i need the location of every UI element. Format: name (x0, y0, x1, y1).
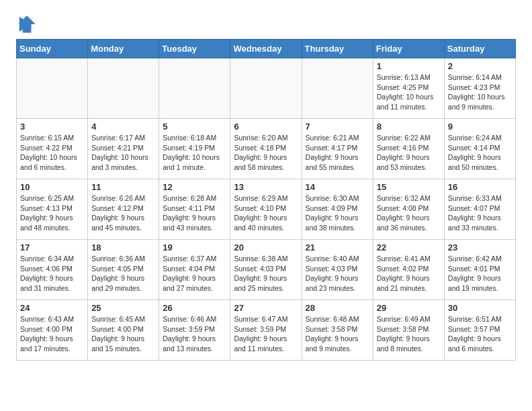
day-number: 6 (234, 122, 298, 132)
day-info: Sunrise: 6:30 AM Sunset: 4:09 PM Dayligh… (306, 193, 369, 233)
calendar-week-row: 3Sunrise: 6:15 AM Sunset: 4:22 PM Daylig… (17, 119, 516, 179)
day-number: 3 (20, 122, 84, 132)
weekday-header-tuesday: Tuesday (159, 40, 230, 58)
day-info: Sunrise: 6:29 AM Sunset: 4:10 PM Dayligh… (234, 193, 298, 233)
day-info: Sunrise: 6:15 AM Sunset: 4:22 PM Dayligh… (20, 133, 84, 173)
calendar-cell (159, 58, 230, 119)
calendar-cell: 27Sunrise: 6:47 AM Sunset: 3:59 PM Dayli… (230, 300, 302, 361)
day-info: Sunrise: 6:47 AM Sunset: 3:59 PM Dayligh… (234, 314, 298, 354)
day-info: Sunrise: 6:20 AM Sunset: 4:18 PM Dayligh… (234, 133, 298, 173)
day-number: 26 (163, 303, 226, 313)
calendar-cell: 3Sunrise: 6:15 AM Sunset: 4:22 PM Daylig… (17, 119, 88, 179)
day-number: 27 (234, 303, 298, 313)
calendar-cell: 16Sunrise: 6:33 AM Sunset: 4:07 PM Dayli… (444, 179, 515, 240)
logo-icon (16, 13, 38, 35)
weekday-header-monday: Monday (88, 40, 159, 58)
calendar-cell: 25Sunrise: 6:45 AM Sunset: 4:00 PM Dayli… (88, 300, 159, 361)
day-info: Sunrise: 6:13 AM Sunset: 4:25 PM Dayligh… (377, 73, 441, 112)
calendar-cell: 4Sunrise: 6:17 AM Sunset: 4:21 PM Daylig… (88, 119, 159, 179)
calendar-cell: 17Sunrise: 6:34 AM Sunset: 4:06 PM Dayli… (17, 240, 88, 300)
day-info: Sunrise: 6:38 AM Sunset: 4:03 PM Dayligh… (234, 254, 298, 293)
day-info: Sunrise: 6:21 AM Sunset: 4:17 PM Dayligh… (306, 133, 369, 173)
day-number: 1 (377, 61, 441, 71)
day-info: Sunrise: 6:22 AM Sunset: 4:16 PM Dayligh… (377, 133, 441, 173)
day-info: Sunrise: 6:33 AM Sunset: 4:07 PM Dayligh… (448, 193, 512, 233)
day-info: Sunrise: 6:40 AM Sunset: 4:03 PM Dayligh… (306, 254, 369, 293)
calendar-cell: 29Sunrise: 6:49 AM Sunset: 3:58 PM Dayli… (373, 300, 444, 361)
page-header (16, 13, 516, 35)
day-number: 17 (20, 242, 84, 253)
day-number: 12 (163, 182, 226, 192)
day-number: 25 (91, 303, 155, 313)
weekday-header-wednesday: Wednesday (230, 40, 302, 58)
day-number: 2 (448, 61, 512, 71)
day-info: Sunrise: 6:41 AM Sunset: 4:02 PM Dayligh… (377, 254, 441, 293)
day-info: Sunrise: 6:46 AM Sunset: 3:59 PM Dayligh… (163, 314, 226, 354)
day-number: 11 (91, 182, 155, 192)
calendar-cell: 23Sunrise: 6:42 AM Sunset: 4:01 PM Dayli… (444, 240, 515, 300)
day-info: Sunrise: 6:34 AM Sunset: 4:06 PM Dayligh… (20, 254, 84, 293)
day-number: 16 (448, 182, 512, 192)
day-number: 10 (20, 182, 84, 192)
calendar-cell: 26Sunrise: 6:46 AM Sunset: 3:59 PM Dayli… (159, 300, 230, 361)
day-number: 22 (377, 242, 441, 253)
calendar-cell: 28Sunrise: 6:48 AM Sunset: 3:58 PM Dayli… (302, 300, 373, 361)
calendar-cell (302, 58, 373, 119)
day-number: 8 (377, 122, 441, 132)
day-info: Sunrise: 6:42 AM Sunset: 4:01 PM Dayligh… (448, 254, 512, 293)
calendar-cell: 15Sunrise: 6:32 AM Sunset: 4:08 PM Dayli… (373, 179, 444, 240)
calendar-cell (17, 58, 88, 119)
day-info: Sunrise: 6:24 AM Sunset: 4:14 PM Dayligh… (448, 133, 512, 173)
day-number: 20 (234, 242, 298, 253)
calendar-cell: 9Sunrise: 6:24 AM Sunset: 4:14 PM Daylig… (444, 119, 515, 179)
calendar-week-row: 17Sunrise: 6:34 AM Sunset: 4:06 PM Dayli… (17, 240, 516, 300)
weekday-header-saturday: Saturday (444, 40, 515, 58)
day-info: Sunrise: 6:14 AM Sunset: 4:23 PM Dayligh… (448, 73, 512, 112)
day-info: Sunrise: 6:51 AM Sunset: 3:57 PM Dayligh… (448, 314, 512, 354)
calendar-week-row: 1Sunrise: 6:13 AM Sunset: 4:25 PM Daylig… (17, 58, 516, 119)
calendar-cell: 19Sunrise: 6:37 AM Sunset: 4:04 PM Dayli… (159, 240, 230, 300)
day-number: 28 (306, 303, 369, 313)
day-number: 14 (306, 182, 369, 192)
calendar-cell: 24Sunrise: 6:43 AM Sunset: 4:00 PM Dayli… (17, 300, 88, 361)
weekday-header-thursday: Thursday (302, 40, 373, 58)
day-info: Sunrise: 6:45 AM Sunset: 4:00 PM Dayligh… (91, 314, 155, 354)
calendar-cell: 8Sunrise: 6:22 AM Sunset: 4:16 PM Daylig… (373, 119, 444, 179)
calendar-week-row: 24Sunrise: 6:43 AM Sunset: 4:00 PM Dayli… (17, 300, 516, 361)
calendar-cell: 6Sunrise: 6:20 AM Sunset: 4:18 PM Daylig… (230, 119, 302, 179)
day-number: 9 (448, 122, 512, 132)
day-info: Sunrise: 6:28 AM Sunset: 4:11 PM Dayligh… (163, 193, 226, 233)
day-info: Sunrise: 6:26 AM Sunset: 4:12 PM Dayligh… (91, 193, 155, 233)
calendar-cell: 11Sunrise: 6:26 AM Sunset: 4:12 PM Dayli… (88, 179, 159, 240)
day-number: 5 (163, 122, 226, 132)
weekday-header-sunday: Sunday (17, 40, 88, 58)
calendar-cell: 20Sunrise: 6:38 AM Sunset: 4:03 PM Dayli… (230, 240, 302, 300)
day-number: 24 (20, 303, 84, 313)
day-number: 13 (234, 182, 298, 192)
day-number: 7 (306, 122, 369, 132)
calendar-cell: 30Sunrise: 6:51 AM Sunset: 3:57 PM Dayli… (444, 300, 515, 361)
calendar-cell: 2Sunrise: 6:14 AM Sunset: 4:23 PM Daylig… (444, 58, 515, 119)
calendar-cell: 10Sunrise: 6:25 AM Sunset: 4:13 PM Dayli… (17, 179, 88, 240)
weekday-header-row: SundayMondayTuesdayWednesdayThursdayFrid… (17, 40, 516, 58)
day-info: Sunrise: 6:49 AM Sunset: 3:58 PM Dayligh… (377, 314, 441, 354)
day-info: Sunrise: 6:18 AM Sunset: 4:19 PM Dayligh… (163, 133, 226, 173)
day-number: 29 (377, 303, 441, 313)
calendar-cell: 21Sunrise: 6:40 AM Sunset: 4:03 PM Dayli… (302, 240, 373, 300)
day-number: 30 (448, 303, 512, 313)
calendar-cell (230, 58, 302, 119)
calendar-cell: 18Sunrise: 6:36 AM Sunset: 4:05 PM Dayli… (88, 240, 159, 300)
calendar-cell: 1Sunrise: 6:13 AM Sunset: 4:25 PM Daylig… (373, 58, 444, 119)
day-number: 21 (306, 242, 369, 253)
logo (16, 13, 40, 35)
day-info: Sunrise: 6:48 AM Sunset: 3:58 PM Dayligh… (306, 314, 369, 354)
day-number: 18 (91, 242, 155, 253)
day-info: Sunrise: 6:32 AM Sunset: 4:08 PM Dayligh… (377, 193, 441, 233)
calendar-cell: 22Sunrise: 6:41 AM Sunset: 4:02 PM Dayli… (373, 240, 444, 300)
calendar-cell: 7Sunrise: 6:21 AM Sunset: 4:17 PM Daylig… (302, 119, 373, 179)
day-info: Sunrise: 6:43 AM Sunset: 4:00 PM Dayligh… (20, 314, 84, 354)
weekday-header-friday: Friday (373, 40, 444, 58)
calendar-table: SundayMondayTuesdayWednesdayThursdayFrid… (16, 39, 516, 361)
day-info: Sunrise: 6:25 AM Sunset: 4:13 PM Dayligh… (20, 193, 84, 233)
calendar-cell: 12Sunrise: 6:28 AM Sunset: 4:11 PM Dayli… (159, 179, 230, 240)
